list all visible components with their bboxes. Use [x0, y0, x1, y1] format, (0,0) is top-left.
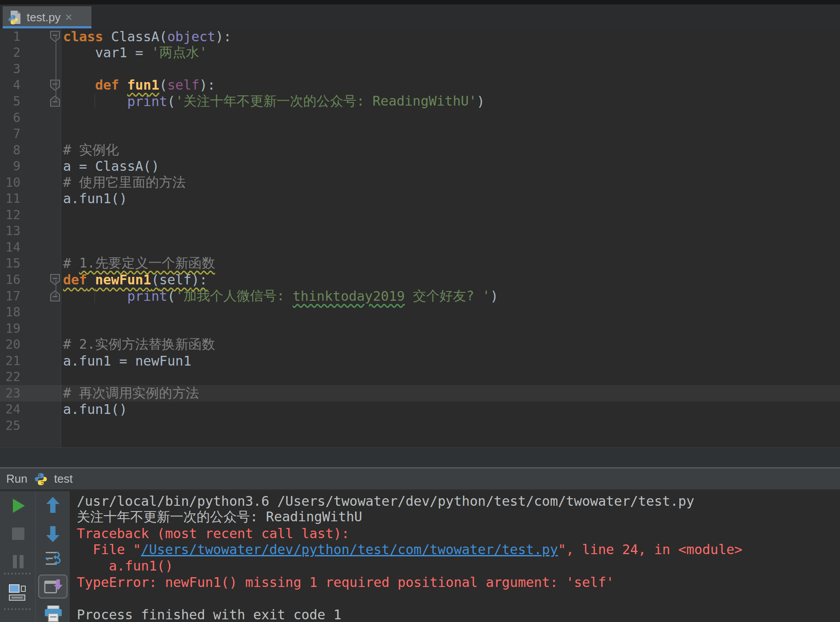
run-tool-window-header: Run test	[0, 468, 840, 489]
code-token: print	[127, 288, 167, 304]
gutter-cell: 4	[0, 77, 61, 94]
code-token: ClassA(	[103, 29, 167, 44]
gutter-cell: 16	[0, 272, 61, 288]
code-line-text: # 2.实例方法替换新函数	[61, 336, 840, 353]
code-line-text	[61, 223, 840, 240]
console-line: Traceback (most recent call last):	[77, 525, 840, 542]
run-console-output[interactable]: /usr/local/bin/python3.6 /Users/twowater…	[70, 491, 840, 622]
code-token: thinktoday2019	[293, 288, 405, 304]
console-text: 关注十年不更新一次的公众号: ReadingWithU	[77, 508, 362, 526]
toolbar-separator	[3, 573, 32, 575]
scroll-to-end-icon[interactable]	[38, 575, 67, 598]
code-token: def	[63, 272, 87, 287]
code-token: # 2.实例方法替换新函数	[63, 335, 215, 354]
code-line: 25	[0, 417, 840, 434]
console-line: File "/Users/twowater/dev/python/test/co…	[77, 542, 840, 558]
code-line: 24a.fun1()	[0, 402, 840, 418]
tab-test-py[interactable]: test.py ×	[3, 6, 91, 28]
code-line: 23# 再次调用实例的方法	[0, 385, 840, 402]
code-line: 4 def fun1(self):	[0, 77, 840, 94]
code-token	[63, 94, 127, 109]
line-number: 23	[0, 385, 20, 402]
console-line: TypeError: newFun1() missing 1 required …	[77, 574, 840, 591]
fold-marker-icon[interactable]	[50, 290, 60, 302]
fold-marker-icon[interactable]	[50, 95, 60, 107]
indent-guide	[95, 94, 95, 109]
fold-marker-icon[interactable]	[50, 79, 60, 91]
code-line-text: print('关注十年不更新一次的公众号: ReadingWithU')	[61, 93, 840, 110]
down-the-stack-trace-icon[interactable]	[44, 525, 61, 543]
code-line-text: a.fun1 = newFun1	[61, 353, 840, 369]
line-number: 7	[0, 126, 20, 142]
code-token: ):	[191, 272, 207, 287]
line-number: 8	[0, 142, 20, 158]
code-line: 10# 使用它里面的方法	[0, 174, 840, 191]
fold-marker-icon[interactable]	[50, 274, 60, 286]
code-token: '加我个人微信号:	[175, 287, 293, 305]
gutter-cell: 21	[0, 353, 61, 369]
gutter-cell: 18	[0, 304, 61, 320]
pause-icon[interactable]	[11, 554, 25, 569]
code-line-text	[61, 417, 840, 434]
code-token: class	[63, 29, 103, 44]
code-token: newFun1	[95, 272, 151, 287]
console-line: Process finished with exit code 1	[77, 606, 840, 622]
up-the-stack-trace-icon[interactable]	[44, 496, 61, 514]
gutter-cell: 12	[0, 207, 61, 223]
code-line-text: print('加我个人微信号: thinktoday2019 交个好友? ')	[61, 288, 840, 304]
code-token: ):	[215, 29, 231, 44]
code-line-text: a.fun1()	[61, 190, 840, 207]
code-line-text	[61, 320, 840, 337]
stop-icon[interactable]	[11, 527, 25, 541]
line-number: 20	[0, 336, 20, 353]
code-token	[63, 288, 127, 304]
gutter-cell: 14	[0, 239, 61, 256]
console-settings-icon[interactable]	[8, 583, 29, 603]
code-line-text	[61, 126, 840, 142]
window-top-strip	[0, 0, 840, 4]
code-token: )	[490, 288, 498, 304]
code-token: a = ClassA()	[63, 158, 159, 174]
line-number: 6	[0, 110, 20, 126]
code-token	[87, 272, 95, 287]
line-number: 21	[0, 353, 20, 369]
code-line-text: # 1.先要定义一个新函数	[61, 256, 840, 272]
code-line: 3	[0, 61, 840, 77]
code-token: #	[63, 256, 79, 271]
run-window-title: Run	[6, 472, 28, 486]
line-number: 11	[0, 190, 20, 207]
line-number: 4	[0, 77, 20, 94]
gutter-cell: 22	[0, 369, 61, 385]
gutter-cell: 15	[0, 256, 61, 272]
console-line: a.fun1()	[77, 558, 840, 574]
fold-range-line	[55, 36, 56, 101]
fold-range-line	[55, 280, 56, 296]
python-file-icon	[7, 9, 23, 25]
code-token: # 实例化	[63, 141, 119, 159]
code-line-text	[61, 369, 840, 385]
line-number: 12	[0, 207, 20, 223]
code-token	[119, 77, 127, 93]
code-line: 20# 2.实例方法替换新函数	[0, 336, 840, 353]
line-number: 22	[0, 369, 20, 385]
file-link[interactable]: /Users/twowater/dev/python/test/com/twow…	[141, 542, 558, 557]
print-icon[interactable]	[44, 606, 63, 622]
fold-marker-icon[interactable]	[50, 31, 60, 43]
editor-bottom-band	[0, 447, 840, 467]
soft-wrap-icon[interactable]	[44, 549, 62, 568]
code-line: 14	[0, 239, 840, 256]
code-line: 17 print('加我个人微信号: thinktoday2019 交个好友? …	[0, 288, 840, 304]
line-number: 16	[0, 272, 20, 288]
code-token	[63, 77, 95, 93]
line-number: 3	[0, 61, 20, 77]
code-token: (	[151, 272, 159, 287]
tab-close-icon[interactable]: ×	[65, 11, 72, 24]
gutter-cell: 24	[0, 402, 61, 418]
code-token: a.fun1()	[63, 191, 127, 206]
code-token: # 使用它里面的方法	[63, 173, 186, 192]
code-editor[interactable]: 1class ClassA(object):2 var1 = '两点水'34 d…	[0, 28, 840, 447]
code-line: 1class ClassA(object):	[0, 28, 840, 45]
console-text: a.fun1()	[77, 558, 173, 574]
rerun-icon[interactable]	[11, 497, 27, 514]
code-line: 19	[0, 320, 840, 337]
